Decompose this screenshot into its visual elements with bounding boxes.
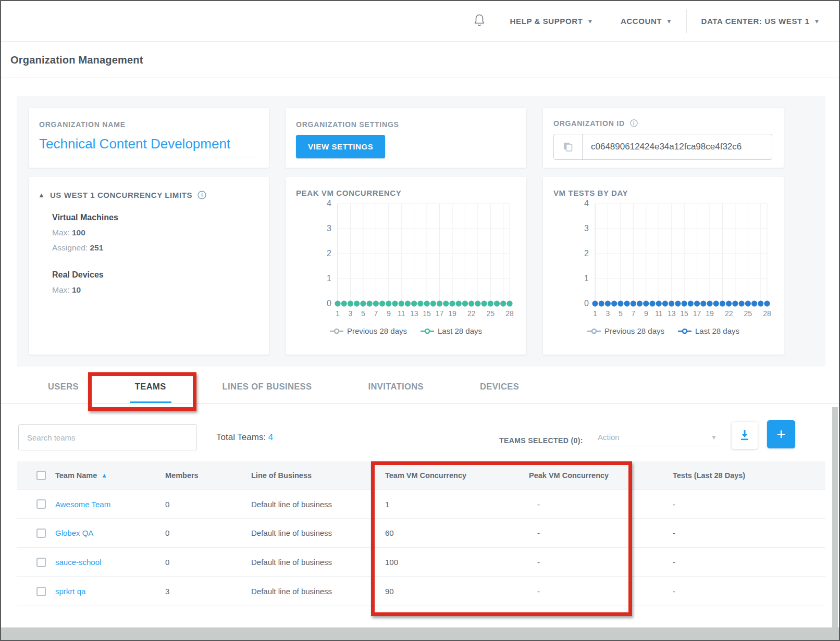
team-name-link[interactable]: sauce-school (55, 558, 101, 567)
vertical-scrollbar[interactable] (832, 407, 838, 629)
svg-text:19: 19 (448, 309, 456, 318)
data-center-menu[interactable]: DATA CENTER: US WEST 1 ▼ (686, 9, 839, 33)
legend-item[interactable]: Previous 28 days (587, 326, 664, 335)
top-navigation: HELP & SUPPORT ▼ ACCOUNT ▼ DATA CENTER: … (1, 1, 839, 42)
members-cell: 0 (165, 529, 251, 537)
row-checkbox[interactable] (36, 587, 46, 596)
legend-item[interactable]: Previous 28 days (330, 326, 407, 335)
column-header-peak-vm-concurrency[interactable]: Peak VM Concurrency (529, 471, 673, 480)
tab-devices[interactable]: DEVICES (475, 382, 524, 403)
notifications-bell-icon[interactable] (462, 14, 497, 29)
members-cell: 0 (165, 500, 251, 509)
line-of-business-cell: Default line of business (251, 558, 385, 567)
organization-id-label: ORGANIZATION ID i (553, 119, 772, 128)
svg-text:9: 9 (644, 309, 648, 318)
page-header: Organization Management (1, 42, 839, 78)
search-input[interactable] (18, 424, 197, 450)
action-dropdown[interactable]: Action ▼ (598, 429, 720, 446)
svg-text:25: 25 (744, 309, 752, 318)
column-header-members[interactable]: Members (165, 471, 251, 480)
row-checkbox[interactable] (36, 558, 46, 567)
collapse-chevron-icon[interactable]: ▲ (38, 191, 45, 199)
tab-lines-of-business[interactable]: LINES OF BUSINESS (217, 382, 317, 403)
legend-item[interactable]: Last 28 days (678, 326, 739, 335)
peak-vm-chart: 01234135791113151719222528Previous 28 da… (296, 197, 526, 335)
peak-vm-concurrency-cell: - (529, 500, 673, 509)
svg-text:1: 1 (584, 274, 589, 283)
rd-max: Max: 10 (52, 285, 258, 295)
team-vm-concurrency-cell: 90 (385, 587, 529, 596)
row-checkbox[interactable] (36, 499, 46, 509)
teams-toolbar: Total Teams: 4 TEAMS SELECTED (0): Actio… (1, 404, 839, 461)
vm-assigned: Assigned: 251 (52, 243, 258, 253)
legend-marker-icon (678, 328, 691, 334)
tab-teams[interactable]: TEAMS (130, 382, 171, 403)
tab-invitations[interactable]: INVITATIONS (363, 382, 428, 403)
line-of-business-cell: Default line of business (251, 529, 385, 537)
download-icon (739, 429, 750, 442)
team-name-link[interactable]: Globex QA (55, 529, 93, 537)
svg-text:0: 0 (584, 299, 589, 308)
tab-users[interactable]: USERS (43, 382, 84, 403)
svg-text:3: 3 (584, 224, 589, 233)
svg-text:11: 11 (655, 309, 663, 318)
chevron-down-icon: ▼ (587, 18, 593, 25)
peak-vm-concurrency-cell: - (529, 529, 673, 537)
vm-tests-by-day-card: VM TESTS BY DAY 012341357911131517192225… (543, 177, 784, 355)
teams-table: Team Name▲MembersLine of BusinessTeam VM… (17, 461, 825, 606)
organization-name-value[interactable]: Technical Content Development (39, 136, 256, 157)
tab-bar: USERSTEAMSLINES OF BUSINESSINVITATIONSDE… (1, 367, 839, 404)
vm-max: Max: 100 (52, 228, 258, 237)
view-settings-button[interactable]: VIEW SETTINGS (296, 135, 385, 158)
column-header-team-vm-concurrency[interactable]: Team VM Concurrency (385, 471, 529, 480)
organization-settings-card: ORGANIZATION SETTINGS VIEW SETTINGS (286, 108, 526, 168)
account-menu[interactable]: ACCOUNT ▼ (607, 17, 686, 26)
info-icon[interactable]: i (630, 119, 638, 127)
svg-text:i: i (201, 192, 203, 198)
total-teams-count[interactable]: 4 (268, 432, 273, 442)
vm-tests-chart-title: VM TESTS BY DAY (553, 188, 784, 197)
tests-cell: - (673, 587, 825, 596)
horizontal-scrollbar[interactable] (1, 627, 839, 640)
total-teams: Total Teams: 4 (216, 432, 273, 443)
team-vm-concurrency-cell: 60 (385, 529, 529, 537)
organization-id-value[interactable]: c064890612424e34a12fca98ce4f32c6 (583, 134, 772, 159)
tests-cell: - (673, 500, 825, 509)
add-team-button[interactable]: + (767, 420, 795, 448)
organization-summary-panel: ORGANIZATION NAME Technical Content Deve… (17, 96, 825, 367)
row-checkbox[interactable] (36, 529, 46, 538)
chevron-down-icon: ▼ (814, 18, 820, 25)
team-name-link[interactable]: Awesome Team (55, 500, 110, 509)
svg-text:1: 1 (327, 274, 331, 283)
app-window: HELP & SUPPORT ▼ ACCOUNT ▼ DATA CENTER: … (0, 0, 840, 641)
info-icon[interactable]: i (197, 191, 206, 199)
select-all-checkbox[interactable] (36, 471, 46, 480)
copy-icon[interactable] (554, 134, 583, 159)
peak-vm-chart-title: PEAK VM CONCURRENCY (296, 188, 526, 197)
team-vm-concurrency-cell: 1 (385, 500, 529, 509)
svg-text:2: 2 (327, 249, 331, 258)
svg-text:22: 22 (467, 309, 476, 318)
line-of-business-cell: Default line of business (251, 587, 385, 596)
download-button[interactable] (732, 422, 758, 449)
table-row: sprkrt qa3Default line of business90-- (17, 577, 825, 606)
column-header-team-name[interactable]: Team Name▲ (55, 471, 165, 480)
team-vm-concurrency-cell: 100 (385, 558, 529, 567)
column-header-line-of-business[interactable]: Line of Business (251, 471, 385, 480)
column-header-tests-last-28-days-[interactable]: Tests (Last 28 Days) (673, 471, 825, 480)
help-support-label: HELP & SUPPORT (510, 17, 583, 26)
tests-cell: - (673, 529, 825, 537)
organization-name-card: ORGANIZATION NAME Technical Content Deve… (29, 108, 269, 168)
tests-cell: - (673, 558, 825, 567)
svg-text:17: 17 (436, 309, 444, 318)
svg-text:3: 3 (349, 309, 353, 318)
chart-legend: Previous 28 daysLast 28 days (553, 326, 773, 335)
svg-text:15: 15 (423, 309, 431, 318)
svg-text:0: 0 (327, 299, 331, 308)
svg-text:13: 13 (668, 309, 676, 318)
help-support-menu[interactable]: HELP & SUPPORT ▼ (497, 17, 607, 26)
svg-text:11: 11 (398, 309, 405, 318)
team-name-link[interactable]: sprkrt qa (55, 587, 85, 596)
svg-text:25: 25 (487, 309, 495, 318)
legend-item[interactable]: Last 28 days (421, 326, 482, 335)
